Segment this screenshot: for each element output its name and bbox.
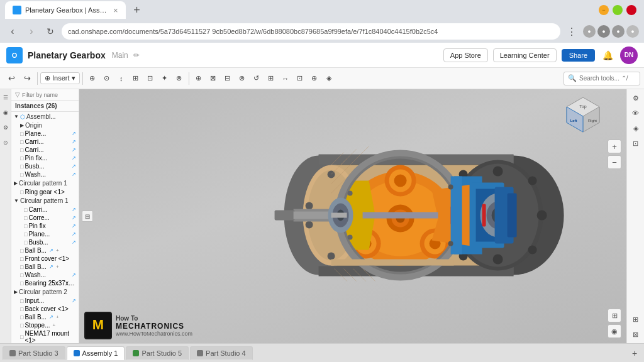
list-item[interactable]: □Ball B...↗+ <box>11 263 79 271</box>
tool-btn-15[interactable]: ⊡ <box>293 72 307 85</box>
circular-pattern-1b[interactable]: ▼ Circular pattern 1 <box>11 196 79 206</box>
list-item[interactable]: □Input...↗ <box>11 297 79 305</box>
toolbar-btn-undo[interactable]: ↩ <box>4 71 19 86</box>
list-item[interactable]: □NEMA17 mount <1> <box>11 329 79 343</box>
new-tab-button[interactable]: + <box>128 1 146 19</box>
vp-fit-btn[interactable]: ⊞ <box>608 309 621 322</box>
tool-btn-10[interactable]: ⊟ <box>221 72 235 85</box>
ext-btn-4[interactable]: ● <box>626 25 639 38</box>
vp-zoom-in-btn[interactable]: + <box>608 140 621 153</box>
circular-pattern-2[interactable]: ▶ Circular pattern 2 <box>11 287 79 297</box>
list-item[interactable]: □Front cover <1> <box>11 255 79 263</box>
origin-item[interactable]: ▶ Origin <box>11 121 79 129</box>
toolbar: ↩ ↪ ⊕ Insert ▾ ⊕ ⊙ ↕ ⊞ ⊡ ✦ ⊗ ⊕ ⊠ ⊟ ⊗ ↺ ⊞… <box>0 68 644 89</box>
browser-menu-icon[interactable]: ⋮ <box>564 24 579 39</box>
list-item[interactable]: □Carri...↗ <box>11 146 79 154</box>
circular-pattern-1[interactable]: ▶ Circular pattern 1 <box>11 178 79 188</box>
add-tab-button[interactable]: + <box>628 346 641 360</box>
insert-button[interactable]: ⊕ Insert ▾ <box>40 72 80 84</box>
list-item[interactable]: □Bearing 25x37x7m... <box>11 279 79 287</box>
tool-btn-9[interactable]: ⊠ <box>206 72 220 85</box>
list-item[interactable]: □Busb...↗ <box>11 162 79 170</box>
origin-collapse: ▶ <box>20 123 24 128</box>
list-item[interactable]: □Pin fix...↗ <box>11 154 79 162</box>
rp-btn-bottom-2[interactable]: ⊠ <box>630 328 642 341</box>
tab-close-icon[interactable]: × <box>113 6 118 15</box>
list-item[interactable]: □Ball B...↗+ <box>11 246 79 255</box>
share-button[interactable]: Share <box>562 49 595 62</box>
list-item[interactable]: □Ball B...↗+ <box>11 313 79 321</box>
list-item[interactable]: □Wash...↗ <box>11 170 79 178</box>
tab-part-studio-3[interactable]: Part Studio 3 <box>3 346 65 360</box>
url-bar[interactable]: cad.onshape.com/documents/5a73d64511527 … <box>62 23 560 40</box>
vp-zoom-out-btn[interactable]: − <box>608 155 621 169</box>
list-item[interactable]: □Plane...↗ <box>11 129 79 138</box>
edit-icon[interactable]: ✏ <box>133 51 140 60</box>
tool-btn-11[interactable]: ⊗ <box>235 72 249 85</box>
list-item[interactable]: □Back cover <1> <box>11 305 79 313</box>
user-avatar[interactable]: DN <box>620 47 638 64</box>
list-item[interactable]: □Stoppe...+ <box>11 321 79 329</box>
list-item[interactable]: □Wash...↗ <box>11 271 79 279</box>
ext-btn-3[interactable]: ● <box>612 25 625 38</box>
tool-btn-1[interactable]: ⊕ <box>86 72 99 85</box>
search-input[interactable] <box>579 75 636 82</box>
minimize-button[interactable]: − <box>599 5 609 15</box>
strip-btn-2[interactable]: ◉ <box>1 108 10 117</box>
back-button[interactable]: ‹ <box>5 24 20 39</box>
ext-btn-1[interactable]: ● <box>583 25 596 38</box>
assembly1-item[interactable]: ▼ ⬡ Assembl... <box>11 112 79 121</box>
maximize-button[interactable] <box>613 5 623 15</box>
instances-header[interactable]: Instances (26) <box>11 101 79 112</box>
strip-btn-4[interactable]: ⊙ <box>1 138 10 147</box>
viewport[interactable]: Top Right Left Left + − ⊟ ⊞ ◉ <box>79 89 626 343</box>
toolbar-btn-redo[interactable]: ↪ <box>19 71 35 86</box>
list-item[interactable]: □Pin fix↗ <box>11 222 79 230</box>
toolbar-search[interactable]: 🔍 <box>564 72 640 85</box>
tab-assembly-1[interactable]: Assembly 1 <box>67 346 125 360</box>
close-button[interactable] <box>626 5 636 15</box>
app-store-button[interactable]: App Store <box>443 48 488 62</box>
list-item[interactable]: □Plane...↗ <box>11 230 79 238</box>
strip-btn-1[interactable]: ☰ <box>1 93 10 102</box>
active-tab[interactable]: Planetary Gearbox | Assembly 1 × <box>5 1 126 19</box>
forward-button[interactable]: › <box>24 24 39 39</box>
tab-label-2: Assembly 1 <box>82 349 118 357</box>
view-cube[interactable]: Top Right Left Left <box>563 94 604 135</box>
ring-gear-item[interactable]: □Ring gear <1> <box>11 188 79 196</box>
rp-btn-3[interactable]: ◈ <box>630 122 642 134</box>
rp-btn-1[interactable]: ⚙ <box>630 92 642 104</box>
tool-btn-6[interactable]: ✦ <box>158 72 172 85</box>
list-item[interactable]: □Corre...↗ <box>11 214 79 222</box>
vp-view-btn[interactable]: ◉ <box>608 324 621 338</box>
list-item[interactable]: □Carri...↗ <box>11 206 79 214</box>
tool-btn-8[interactable]: ⊕ <box>192 72 206 85</box>
list-item[interactable]: □Carri...↗ <box>11 138 79 146</box>
tool-btn-3[interactable]: ↕ <box>114 72 128 85</box>
list-item[interactable]: □Busb...↗ <box>11 238 79 246</box>
refresh-button[interactable]: ↻ <box>43 24 58 39</box>
part-icon: □ <box>24 207 27 213</box>
tool-btn-13[interactable]: ⊞ <box>264 72 278 85</box>
tool-btn-14[interactable]: ↔ <box>279 72 292 85</box>
window-controls: − <box>599 5 639 15</box>
tab-part-studio-5[interactable]: Part Studio 5 <box>126 346 189 360</box>
vp-section-btn[interactable]: ⊟ <box>82 211 93 222</box>
ext-btn-2[interactable]: ● <box>597 25 610 38</box>
tool-btn-2[interactable]: ⊙ <box>100 72 114 85</box>
strip-btn-3[interactable]: ⚙ <box>1 123 10 132</box>
tool-btn-12[interactable]: ↺ <box>250 72 264 85</box>
rp-btn-2[interactable]: 👁 <box>630 107 642 119</box>
notifications-icon[interactable]: 🔔 <box>600 48 615 63</box>
learning-center-button[interactable]: Learning Center <box>493 48 557 62</box>
tab-part-studio-4[interactable]: Part Studio 4 <box>190 346 253 360</box>
tool-btn-7[interactable]: ⊗ <box>172 72 186 85</box>
tool-btn-17[interactable]: ◈ <box>322 72 336 85</box>
filter-input[interactable] <box>22 92 75 98</box>
tool-btn-16[interactable]: ⊕ <box>308 72 321 85</box>
tool-btn-5[interactable]: ⊡ <box>143 72 157 85</box>
rp-btn-4[interactable]: ⊡ <box>630 137 642 150</box>
url-text: cad.onshape.com/documents/5a73d64511527 … <box>68 28 438 35</box>
tool-btn-4[interactable]: ⊞ <box>129 72 143 85</box>
rp-btn-bottom-1[interactable]: ⊞ <box>630 313 642 326</box>
